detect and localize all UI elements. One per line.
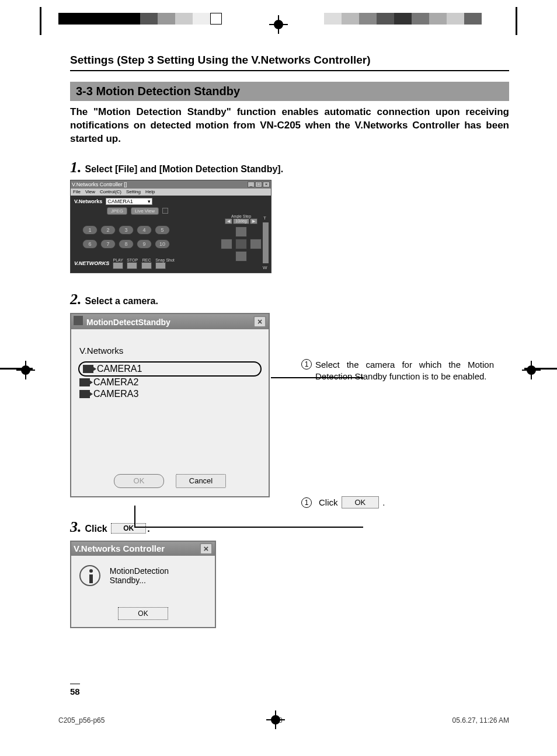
preset-3[interactable]: 3 <box>119 225 134 235</box>
dialog-title: MotionDetectStandby <box>86 318 170 327</box>
camera-list: CAMERA1 CAMERA2 CAMERA3 <box>79 363 260 400</box>
angle-step-value: 10deg <box>233 218 249 224</box>
vnetworks-logo: V.NETWORKS <box>74 260 109 266</box>
print-timestamp: 05.6.27, 11:26 AM <box>452 716 509 724</box>
close-icon[interactable]: × <box>200 543 213 555</box>
annotation-1-text: Select the camera for which the Motion D… <box>315 359 494 383</box>
section-title: 3-3 Motion Detection Standby <box>70 82 509 101</box>
camera-icon <box>83 365 93 373</box>
confirm-dialog: V.Networks Controller × MotionDetection … <box>70 541 216 628</box>
ok-button-sample: OK <box>342 496 380 508</box>
play-button[interactable] <box>113 262 123 269</box>
ok-button-inline: OK <box>111 523 146 534</box>
step-3-text: Click OK. <box>85 523 150 534</box>
preset-10[interactable]: 10 <box>155 239 170 249</box>
stop-label: STOP <box>127 258 138 262</box>
menu-file[interactable]: File <box>73 189 81 194</box>
window-title: V.Networks Controller [] <box>72 182 127 187</box>
stop-button[interactable] <box>127 262 137 269</box>
angle-step-label: Angle Step <box>213 214 270 218</box>
camera-icon <box>79 390 90 398</box>
dialog-titlebar: MotionDetectStandby × <box>71 314 269 329</box>
ok-button[interactable]: OK <box>118 607 168 620</box>
group-label: V.Networks <box>79 346 260 356</box>
preset-7[interactable]: 7 <box>100 239 116 249</box>
menu-control[interactable]: Control(C) <box>100 189 121 194</box>
camera-icon <box>79 378 90 386</box>
step-2-number: 2. <box>70 291 82 308</box>
vnetworks-label: V.Networks <box>74 198 102 204</box>
motion-detect-dialog: MotionDetectStandby × V.Networks CAMERA1… <box>70 313 270 497</box>
callout-number-2: 1 <box>301 497 312 508</box>
doc-id: C205_p56-p65 <box>58 716 105 724</box>
pan-left-button[interactable] <box>221 239 232 249</box>
camera-combo[interactable]: CAMERA1▾ <box>106 198 152 205</box>
step-1: 1. Select [File] and [Motion Detection S… <box>70 159 509 176</box>
liveview-button[interactable]: Live View <box>131 207 159 215</box>
camera-item-3[interactable]: CAMERA3 <box>79 388 260 400</box>
page-number: 58 <box>70 684 80 696</box>
section-intro: The "Motion Detection Standby" function … <box>70 106 509 146</box>
rec-button[interactable] <box>141 262 152 269</box>
pan-down-button[interactable] <box>235 251 247 262</box>
rec-label: REC <box>142 258 151 262</box>
controller-window-screenshot: V.Networks Controller [] _ □ × File View… <box>70 180 271 273</box>
page-header: Settings (Step 3 Setting Using the V.Net… <box>70 54 509 71</box>
print-registration-top <box>0 13 557 32</box>
callout-line <box>134 527 363 528</box>
step-1-number: 1. <box>70 159 82 176</box>
indicator-icon <box>162 208 168 214</box>
jpeg-button[interactable]: JPEG <box>107 207 127 215</box>
cancel-button[interactable]: Cancel <box>176 474 226 488</box>
pan-center-button[interactable] <box>235 239 247 249</box>
dialog-titlebar: V.Networks Controller × <box>71 542 215 556</box>
preset-5[interactable]: 5 <box>155 225 170 235</box>
annotation-1: 1 Select the camera for which the Motion… <box>301 359 494 383</box>
ok-button[interactable]: OK <box>114 474 164 488</box>
menu-help[interactable]: Help <box>145 189 155 194</box>
maximize-button[interactable]: □ <box>255 182 262 187</box>
preset-4[interactable]: 4 <box>137 225 152 235</box>
preset-6[interactable]: 6 <box>82 239 98 249</box>
angle-next-button[interactable]: ▶ <box>250 218 257 224</box>
step-1-text: Select [File] and [Motion Detection Stan… <box>85 164 284 175</box>
callout-line <box>134 506 135 527</box>
menu-setting[interactable]: Setting <box>126 189 141 194</box>
snapshot-label: Snap Shot <box>155 258 175 262</box>
registration-mark-left <box>19 363 33 377</box>
callout-number-1: 1 <box>301 359 312 370</box>
camera-item-2[interactable]: CAMERA2 <box>79 377 260 388</box>
angle-prev-button[interactable]: ◀ <box>225 218 232 224</box>
footer-meta: C205_p56-p65 58 05.6.27, 11:26 AM <box>58 716 509 724</box>
pan-right-button[interactable] <box>250 239 262 249</box>
zoom-slider[interactable] <box>263 222 269 263</box>
window-titlebar: V.Networks Controller [] _ □ × <box>71 180 271 189</box>
app-icon <box>74 316 83 325</box>
ptz-dpad <box>221 227 262 262</box>
annotation-2: 1 Click OK . <box>301 496 385 508</box>
menu-bar: File View Control(C) Setting Help <box>71 189 271 196</box>
step-3-number: 3. <box>70 518 82 536</box>
registration-mark-right <box>524 363 538 377</box>
step-2-text: Select a camera. <box>85 296 158 306</box>
play-label: PLAY <box>113 258 123 262</box>
dialog-title: V.Networks Controller <box>74 544 165 553</box>
camera-item-1[interactable]: CAMERA1 <box>79 363 260 375</box>
close-button[interactable]: × <box>263 182 270 187</box>
preset-2[interactable]: 2 <box>100 225 116 235</box>
registration-mark-bottom <box>269 713 283 727</box>
step-2: 2. Select a camera. <box>70 291 509 308</box>
preset-9[interactable]: 9 <box>137 239 152 249</box>
preset-1[interactable]: 1 <box>82 225 98 235</box>
chevron-down-icon: ▾ <box>148 198 151 204</box>
minimize-button[interactable]: _ <box>248 182 255 187</box>
close-icon[interactable]: × <box>253 316 266 328</box>
dialog-message: MotionDetection Standby... <box>110 566 207 585</box>
pan-up-button[interactable] <box>235 227 247 237</box>
info-icon <box>79 565 100 586</box>
preset-8[interactable]: 8 <box>119 239 134 249</box>
snapshot-button[interactable] <box>155 262 166 269</box>
menu-view[interactable]: View <box>85 189 95 194</box>
